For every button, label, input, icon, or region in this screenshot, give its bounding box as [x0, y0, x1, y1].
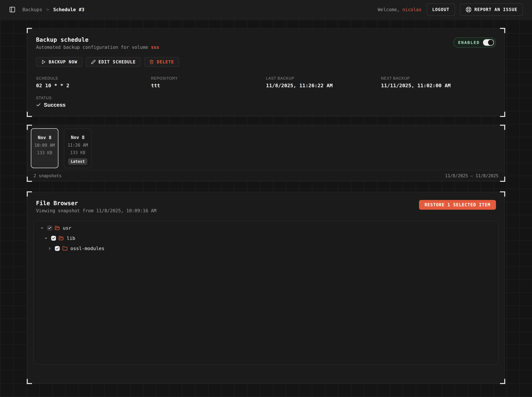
breadcrumb-separator: > [46, 7, 49, 12]
corner-bracket [27, 112, 32, 117]
field-schedule: SCHEDULE 02 10 * * 2 [36, 76, 151, 88]
chevron-down-icon[interactable] [40, 226, 44, 230]
tree-row-ossl-modules[interactable]: ossl-modules [38, 243, 494, 254]
edit-schedule-button[interactable]: EDIT SCHEDULE [86, 57, 141, 67]
schedule-panel-title: Backup schedule [36, 37, 159, 43]
corner-bracket [500, 177, 505, 182]
snapshot-date: Nov 8 [38, 135, 51, 140]
trash-icon [149, 60, 154, 64]
tree-node-label: lib [67, 236, 75, 241]
corner-bracket [500, 112, 505, 117]
folder-open-icon [59, 236, 64, 241]
folder-open-icon [55, 225, 60, 231]
file-browser-panel: File Browser Viewing snapshot from 11/8/… [27, 192, 505, 384]
folder-icon [62, 246, 68, 251]
checkbox-ossl-modules[interactable] [55, 246, 60, 251]
backup-now-button[interactable]: BACKUP NOW [36, 57, 82, 67]
file-browser-title: File Browser [36, 200, 157, 206]
snapshot-date: Nov 8 [71, 135, 85, 140]
file-browser-subtitle: Viewing snapshot from 11/8/2025, 10:09:1… [36, 208, 157, 213]
snapshots-panel: Nov 8 10:09 AM 133 KB Nov 8 11:26 AM 133… [27, 125, 505, 181]
corner-bracket [500, 28, 505, 33]
panel-left-icon [9, 6, 16, 13]
corner-bracket [27, 177, 32, 182]
tree-row-usr[interactable]: usr [38, 223, 494, 233]
enabled-toggle[interactable]: ENABLED [453, 37, 496, 48]
snapshot-time: 10:09 AM [34, 143, 55, 148]
field-next-backup: NEXT BACKUP 11/11/2025, 11:02:00 AM [381, 76, 496, 88]
snapshot-list: Nov 8 10:09 AM 133 KB Nov 8 11:26 AM 133… [28, 125, 504, 170]
field-repository: REPOSITORY ttt [151, 76, 266, 88]
pencil-icon [91, 60, 95, 64]
latest-badge: Latest [68, 158, 88, 165]
tree-node-label: usr [63, 225, 71, 231]
field-last-backup: LAST BACKUP 11/8/2025, 11:26:22 AM [266, 76, 381, 88]
enabled-label: ENABLED [458, 40, 480, 45]
snapshot-size: 133 KB [37, 150, 52, 155]
restore-button[interactable]: RESTORE 1 SELECTED ITEM [419, 200, 496, 210]
play-icon [41, 60, 46, 64]
checkbox-lib[interactable] [51, 236, 56, 241]
breadcrumb: Backups > Schedule #3 [22, 7, 84, 12]
chevron-right-icon[interactable] [48, 247, 51, 250]
snapshot-size: 133 KB [70, 150, 85, 155]
schedule-details: SCHEDULE 02 10 * * 2 REPOSITORY ttt LAST… [36, 76, 496, 88]
chevron-down-icon[interactable] [44, 236, 48, 240]
topbar: Backups > Schedule #3 Welcome, nicolas L… [0, 0, 532, 19]
delete-button[interactable]: DELETE [144, 57, 179, 67]
snapshot-card[interactable]: Nov 8 11:26 AM 133 KB Latest [64, 128, 92, 168]
corner-bracket [27, 379, 32, 384]
sidebar-toggle-button[interactable] [9, 6, 16, 13]
snapshot-time: 11:26 AM [68, 143, 88, 148]
corner-bracket [27, 191, 32, 197]
status-badge: Success [36, 102, 496, 108]
main-content: Backup schedule Automated backup configu… [0, 19, 532, 397]
corner-bracket [500, 191, 505, 197]
snapshot-date-range: 11/8/2025 – 11/8/2025 [445, 173, 498, 178]
schedule-panel-subtitle: Automated backup configuration for volum… [36, 45, 159, 50]
welcome-text: Welcome, nicolas [378, 7, 422, 12]
report-issue-button[interactable]: REPORT AN ISSUE [460, 3, 523, 16]
logout-button[interactable]: LOGOUT [427, 3, 455, 16]
toggle-knob [488, 40, 494, 45]
snapshot-count: 2 snapshots [34, 173, 62, 178]
corner-bracket [27, 28, 32, 33]
snapshot-card-selected[interactable]: Nov 8 10:09 AM 133 KB [31, 128, 58, 168]
username: nicolas [402, 7, 421, 12]
tree-row-lib[interactable]: lib [38, 233, 494, 243]
backup-schedule-panel: Backup schedule Automated backup configu… [27, 28, 505, 117]
check-icon [36, 102, 41, 107]
corner-bracket [27, 125, 32, 130]
toggle-switch[interactable] [483, 39, 494, 46]
breadcrumb-backups[interactable]: Backups [22, 7, 42, 12]
field-status: STATUS Success [36, 96, 496, 108]
file-tree: usr lib [33, 221, 499, 364]
volume-name: sss [151, 45, 159, 50]
breadcrumb-current: Schedule #3 [53, 7, 84, 12]
checkbox-usr[interactable] [47, 226, 52, 230]
snapshots-footer: 2 snapshots 11/8/2025 – 11/8/2025 [28, 170, 504, 181]
tree-node-label: ossl-modules [70, 246, 105, 251]
life-buoy-icon [466, 7, 471, 12]
corner-bracket [500, 379, 505, 384]
corner-bracket [500, 125, 505, 130]
